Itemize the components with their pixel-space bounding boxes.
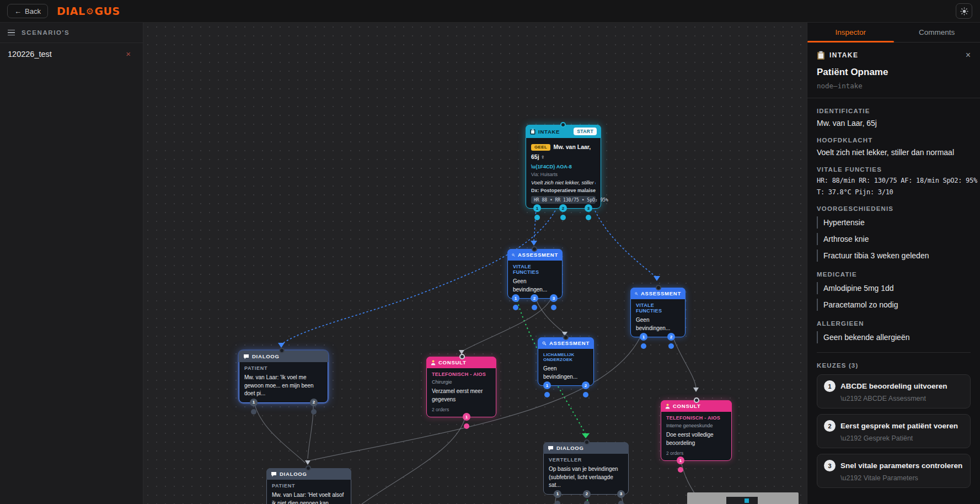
output-port-1[interactable] (678, 467, 683, 473)
input-port[interactable] (584, 439, 590, 445)
scenario-name: 120226_test (8, 50, 52, 59)
output-port-2[interactable] (583, 392, 588, 397)
tab-comments[interactable]: Comments (894, 23, 980, 42)
output-handle-2[interactable]: 2 (531, 294, 538, 302)
output-handle-1[interactable]: 1 (554, 490, 561, 498)
output-port-2[interactable] (668, 343, 674, 349)
theme-toggle-button[interactable] (956, 3, 972, 19)
allergy-item: Geen bekende allergieën (817, 331, 971, 343)
output-port-2[interactable] (584, 501, 590, 504)
node-type-label: ASSESSMENT (549, 340, 590, 346)
input-port[interactable] (656, 285, 661, 290)
output-handle-2[interactable]: 2 (559, 204, 567, 212)
node-consult-chirurgie[interactable]: CONSULT TELEFONISCH - AIOS Chirurgie Ver… (426, 357, 496, 417)
consult-mode: TELEFONISCH - AIOS (432, 372, 491, 377)
output-port-1[interactable] (464, 423, 469, 429)
output-handle-1[interactable]: 1 (250, 399, 258, 406)
output-handle-2[interactable]: 2 (310, 399, 318, 406)
output-handle-1[interactable]: 1 (640, 333, 647, 341)
speaker-label: PATIENT (244, 365, 323, 371)
output-port-2[interactable] (560, 215, 566, 220)
output-handle-2[interactable]: 2 (582, 381, 590, 389)
choice-card-1[interactable]: 1 ABCDE beoordeling uitvoeren \u2192 ABC… (817, 374, 971, 408)
input-port[interactable] (694, 397, 699, 403)
magnifier-icon (635, 291, 638, 296)
speech-bubble-icon (243, 354, 249, 359)
menu-icon[interactable] (8, 30, 15, 36)
output-port-3[interactable] (551, 305, 556, 310)
node-dialoog-patient-2[interactable]: DIALOOG PATIENT Mw. van Laar: 'Het voelt… (266, 468, 351, 504)
output-port-3[interactable] (586, 215, 591, 220)
speaker-label: PATIENT (272, 483, 346, 489)
output-port-1[interactable] (544, 392, 550, 397)
node-dialoog-patient-1[interactable]: DIALOOG PATIENT Mw. van Laar: 'Ik voel m… (239, 351, 328, 403)
close-inspector-icon[interactable]: × (966, 50, 971, 60)
node-type-label: ASSESSMENT (518, 252, 558, 258)
input-port[interactable] (459, 354, 465, 359)
input-port[interactable] (306, 465, 311, 471)
history-item: Hypertensie (817, 216, 971, 229)
output-handle-2[interactable]: 2 (667, 333, 675, 341)
consult-dept: Interne geneeskunde (666, 423, 726, 428)
delete-scenario-icon[interactable]: × (126, 49, 131, 59)
section-label-identificatie: IDENTIFICATIE (817, 108, 971, 114)
output-port-1[interactable] (555, 501, 560, 504)
node-assessment-vitale-2[interactable]: ASSESSMENT VITALE FUNCTIES Geen bevindin… (630, 288, 686, 337)
output-port-2[interactable] (311, 409, 317, 415)
hoofdklacht-value: Voelt zich niet lekker, stiller dan norm… (817, 148, 971, 157)
tab-inspector[interactable]: Inspector (807, 23, 894, 42)
input-port[interactable] (563, 335, 569, 340)
orders-count: 2 orders (666, 450, 726, 456)
assessment-category: VITALE FUNCTIES (513, 264, 557, 275)
section-label-medicatie: MEDICATIE (817, 271, 971, 278)
choice-card-2[interactable]: 2 Eerst gesprek met patiënt voeren \u219… (817, 414, 971, 448)
section-label-keuzes: KEUZES (3) (817, 362, 971, 369)
complaint-line: Voelt zich niet lekker, stiller dan... (531, 179, 596, 185)
input-port[interactable] (532, 246, 537, 252)
scenario-list-item[interactable]: 120226_test × (0, 43, 143, 65)
output-handle-2[interactable]: 2 (583, 490, 591, 498)
output-handle-1[interactable]: 1 (533, 204, 541, 212)
divider (807, 98, 980, 98)
output-handle-1[interactable]: 1 (512, 294, 520, 302)
choice-card-3[interactable]: 3 Snel vitale parameters controleren \u2… (817, 454, 971, 488)
output-port-3[interactable] (618, 501, 624, 504)
section-label-vitale-functies: VITALE FUNCTIES (817, 166, 971, 173)
choice-title: Snel vitale parameters controleren (840, 461, 962, 470)
node-consult-interne[interactable]: CONSULT TELEFONISCH - AIOS Interne genee… (661, 400, 732, 461)
output-port-1[interactable] (641, 343, 646, 349)
node-dialoog-verteller[interactable]: DIALOOG VERTELLER Op basis van je bevind… (543, 442, 629, 495)
output-port-2[interactable] (532, 305, 537, 310)
output-port-1[interactable] (513, 305, 518, 310)
output-handle-1[interactable]: 1 (677, 457, 684, 464)
choice-target: \u2192 Gesprek Patiënt (840, 434, 963, 442)
dialog-text: Mw. van Laar: 'Ik voel me gewoon moe... … (244, 374, 323, 398)
section-label-allergieen: ALLERGIEEN (817, 320, 971, 327)
output-handle-1[interactable]: 1 (543, 381, 551, 389)
output-handle-3[interactable]: 3 (550, 294, 558, 302)
sun-icon (960, 7, 968, 15)
input-port[interactable] (279, 348, 285, 353)
medication-item: Paracetamol zo nodig (817, 299, 971, 311)
output-port-1[interactable] (251, 409, 256, 415)
flow-canvas[interactable]: INTAKE START GEELMw. van Laar, 65j ♀ \u{… (143, 23, 807, 504)
logo-text-left: DIAL (57, 5, 85, 17)
output-port-1[interactable] (534, 215, 540, 220)
choice-number: 1 (824, 380, 836, 392)
choice-number: 3 (824, 460, 836, 471)
output-handle-1[interactable]: 1 (463, 413, 470, 421)
dx-line: Dx: Postoperatieve malaise, infect... (531, 188, 596, 193)
node-intake[interactable]: INTAKE START GEELMw. van Laar, 65j ♀ \u{… (526, 125, 601, 209)
back-button[interactable]: ← Back (7, 4, 48, 18)
node-assessment-vitale-1[interactable]: ASSESSMENT VITALE FUNCTIES Geen bevindin… (507, 249, 563, 299)
node-assessment-lichamelijk[interactable]: ASSESSMENT LICHAMELIJK ONDERZOEK Geen be… (538, 337, 594, 386)
output-handle-3[interactable]: 3 (585, 204, 592, 212)
gear-icon: ⚙ (86, 6, 94, 17)
top-bar: ← Back DIAL⚙GUS (0, 0, 980, 23)
sidebar-title: SCENARIO'S (22, 29, 69, 36)
output-handle-3[interactable]: 3 (617, 490, 625, 498)
minimap-viewport[interactable] (726, 497, 758, 504)
minimap[interactable] (687, 492, 799, 504)
input-port[interactable] (560, 122, 566, 128)
logo-text-right: GUS (94, 5, 120, 17)
